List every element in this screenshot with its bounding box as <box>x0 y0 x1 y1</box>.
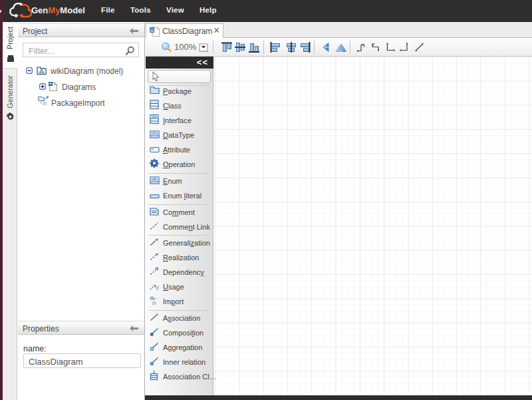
svg-text:〈I〉: 〈I〉 <box>43 101 47 106</box>
svg-text:«D»: «D» <box>151 131 158 135</box>
svg-text:〈I〉: 〈I〉 <box>152 301 157 305</box>
svg-text:«E»: «E» <box>152 177 158 181</box>
svg-text:〈I〉: 〈I〉 <box>156 286 159 290</box>
svg-text:«I»: «I» <box>152 114 157 118</box>
